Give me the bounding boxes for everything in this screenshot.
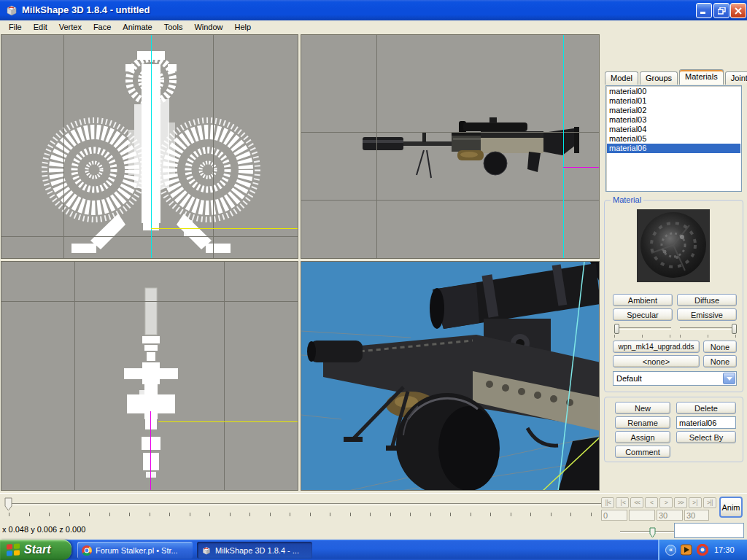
grid-line: [213, 35, 214, 258]
tab-groups[interactable]: Groups: [640, 71, 678, 85]
menu-bar: File Edit Vertex Face Animate Tools Wind…: [0, 20, 747, 34]
animation-bar: ‖< |< << < > >> >| >‖ Anim: [0, 493, 747, 522]
tab-joints[interactable]: Joints: [725, 71, 747, 85]
grid-line: [63, 35, 64, 258]
restore-button[interactable]: [713, 3, 729, 18]
front-view-model: [1, 35, 298, 259]
ambient-button[interactable]: Ambient: [613, 294, 673, 306]
windows-flag-icon: [6, 542, 20, 557]
taskbar-clock[interactable]: 17:30: [714, 545, 735, 554]
axis-x-line: [151, 228, 298, 229]
list-item[interactable]: material00: [607, 87, 740, 96]
menu-animate[interactable]: Animate: [117, 21, 158, 34]
go-first-frame-button[interactable]: |<: [616, 497, 629, 508]
side-panel: Model Groups Materials Joints material00…: [601, 67, 747, 526]
list-item[interactable]: material04: [607, 125, 740, 134]
material-name-input[interactable]: [676, 416, 736, 429]
next-frame-button[interactable]: >: [659, 497, 673, 508]
viewport-3d[interactable]: [301, 261, 600, 491]
list-item[interactable]: material03: [607, 115, 740, 125]
grid-line: [301, 200, 599, 201]
axis-z-line: [563, 167, 599, 168]
taskbar-item-browser[interactable]: Forum Stalker.pl • Str...: [77, 542, 193, 559]
start-button[interactable]: Start: [0, 540, 71, 560]
axis-y-line: [563, 35, 564, 258]
system-tray: « 17:30: [658, 540, 747, 560]
select-by-button[interactable]: Select By: [676, 431, 736, 443]
close-icon: [735, 7, 742, 15]
texture-button[interactable]: wpn_mk14_upgrad.dds: [613, 341, 700, 353]
go-last-frame-button[interactable]: >|: [689, 497, 702, 508]
transparency-slider[interactable]: [614, 327, 671, 330]
new-button[interactable]: New: [615, 402, 670, 414]
menu-face[interactable]: Face: [88, 21, 117, 34]
minimize-button[interactable]: [696, 3, 712, 18]
texture-none-button[interactable]: None: [703, 341, 737, 353]
browser-tray-icon[interactable]: [697, 544, 708, 556]
delete-button[interactable]: Delete: [676, 402, 736, 414]
go-last-keyframe-button[interactable]: >‖: [703, 497, 716, 508]
small-slider-thumb[interactable]: [649, 527, 657, 538]
frame-field-2[interactable]: [629, 510, 655, 521]
menu-tools[interactable]: Tools: [158, 21, 189, 34]
material-preview: [637, 209, 710, 282]
go-first-keyframe-button[interactable]: ‖<: [601, 497, 614, 508]
minimize-icon: [700, 7, 708, 14]
material-groupbox: Material Ambient Diffuse Specular: [604, 200, 743, 392]
anim-toggle-button[interactable]: Anim: [719, 497, 743, 518]
slider-thumb[interactable]: [732, 324, 737, 334]
prev-keyframe-button[interactable]: <<: [630, 497, 643, 508]
coordinates-readout: x 0.048 y 0.006 z 0.000: [2, 525, 85, 534]
current-frame-field[interactable]: [601, 510, 627, 521]
next-keyframe-button[interactable]: >>: [674, 497, 687, 508]
list-item[interactable]: material02: [607, 106, 740, 115]
total-frames-field[interactable]: [657, 510, 683, 521]
timeline-thumb[interactable]: [4, 497, 13, 512]
timeline-track[interactable]: [6, 503, 603, 505]
alphamap-none-button[interactable]: None: [703, 355, 737, 368]
slider-ticks: [680, 335, 737, 338]
diffuse-button[interactable]: Diffuse: [677, 294, 737, 306]
tab-model[interactable]: Model: [605, 71, 638, 85]
media-player-tray-icon[interactable]: [681, 544, 692, 556]
materials-listbox[interactable]: material00 material01 material02 materia…: [605, 85, 742, 192]
timeline-ticks: [9, 513, 601, 516]
menu-window[interactable]: Window: [188, 21, 228, 34]
fps-field[interactable]: [684, 510, 709, 521]
prev-frame-button[interactable]: <: [645, 497, 658, 508]
list-item-selected[interactable]: material06: [607, 144, 740, 153]
shininess-slider[interactable]: [680, 327, 737, 330]
viewport-front[interactable]: [1, 34, 298, 259]
list-item[interactable]: material01: [607, 96, 740, 106]
close-button[interactable]: [730, 3, 746, 18]
alphamap-button[interactable]: <none>: [613, 355, 700, 368]
chevron-down-icon[interactable]: [723, 373, 735, 384]
task-label: Forum Stalker.pl • Str...: [96, 546, 178, 555]
tab-materials[interactable]: Materials: [679, 69, 724, 85]
chrome-icon: [82, 545, 92, 556]
grid-line: [224, 262, 225, 490]
emissive-button[interactable]: Emissive: [677, 308, 737, 321]
menu-file[interactable]: File: [3, 21, 28, 34]
shader-dropdown[interactable]: Default: [613, 371, 737, 386]
comment-button[interactable]: Comment: [615, 446, 670, 458]
timeline[interactable]: [1, 495, 607, 520]
assign-button[interactable]: Assign: [615, 431, 670, 443]
menu-edit[interactable]: Edit: [28, 21, 53, 34]
status-bar: x 0.048 y 0.006 z 0.000: [0, 522, 747, 540]
task-label: MilkShape 3D 1.8.4 - ...: [215, 546, 299, 555]
menu-vertex[interactable]: Vertex: [53, 21, 88, 34]
rename-button[interactable]: Rename: [615, 416, 670, 429]
grid-line: [376, 35, 377, 258]
bottom-right-textbox[interactable]: [674, 523, 744, 538]
viewport-top[interactable]: [1, 261, 298, 491]
taskbar: Start Forum Stalker.pl • Str... MilkShap…: [0, 540, 747, 560]
menu-help[interactable]: Help: [229, 21, 258, 34]
list-item[interactable]: material05: [607, 134, 740, 144]
hide-icons-chevron-button[interactable]: «: [665, 545, 676, 556]
taskbar-item-milkshape[interactable]: MilkShape 3D 1.8.4 - ...: [197, 542, 312, 559]
slider-ticks: [614, 335, 671, 338]
slider-thumb[interactable]: [614, 324, 619, 334]
specular-button[interactable]: Specular: [613, 308, 673, 321]
viewport-side[interactable]: [301, 34, 600, 259]
